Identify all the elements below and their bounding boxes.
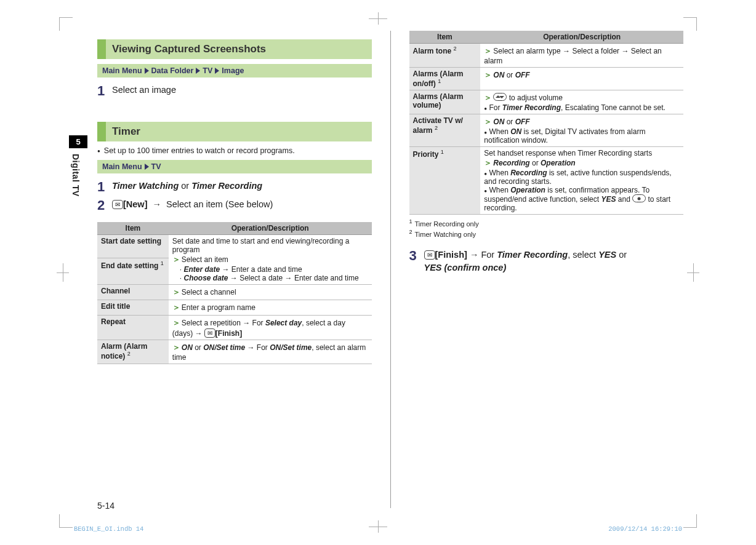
- table-header-item: Item: [97, 222, 169, 235]
- chevron-icon: ＞: [484, 117, 492, 126]
- chevron-icon: ＞: [484, 93, 492, 102]
- option-watching: Timer Watching: [112, 181, 179, 191]
- step-number: 3: [409, 249, 424, 274]
- row-desc: Set handset response when Timer Recordin…: [480, 147, 683, 215]
- right-column: Item Operation/Description Alarm tone 2 …: [409, 31, 684, 508]
- row-label-end-date: End date setting 1: [97, 258, 169, 284]
- triangle-icon: [145, 68, 149, 74]
- breadcrumb-screenshots: Main MenuData FolderTVImage: [97, 64, 372, 78]
- row-label-repeat: Repeat: [97, 315, 169, 340]
- row-desc: Set date and time to start and end viewi…: [169, 234, 372, 284]
- options-table-2: Item Operation/Description Alarm tone 2 …: [409, 31, 684, 215]
- section-title: Timer: [106, 122, 372, 141]
- step-number: 2: [97, 198, 112, 213]
- step-2-new: 2 ✉[New] → Select an item (See below): [97, 198, 372, 213]
- chevron-icon: ＞: [484, 46, 492, 55]
- row-label-activate-tv: Activate TV w/ alarm 2: [409, 114, 481, 147]
- row-desc: ＞Enter a program name: [169, 300, 372, 315]
- step-number: 1: [97, 84, 112, 98]
- intro-bullet: Set up to 100 timer entries to watch or …: [97, 146, 372, 155]
- step-text: Select an image: [112, 84, 176, 98]
- crop-mark-rc: [687, 263, 699, 282]
- row-label-alarm-notice: Alarm (Alarm notice) 2: [97, 340, 169, 364]
- chevron-icon: ＞: [172, 287, 180, 296]
- breadcrumb-seg: TV: [151, 162, 161, 171]
- crop-mark-tl: [59, 17, 73, 31]
- key-label: [New]: [123, 199, 147, 209]
- chevron-icon: ＞: [172, 303, 180, 312]
- footnotes: 1Timer Recording only 2Timer Watching on…: [409, 218, 684, 237]
- chevron-icon: ＞: [484, 158, 492, 167]
- triangle-icon: [196, 68, 200, 74]
- row-label-start-date: Start date setting: [97, 234, 169, 258]
- row-label-alarm-volume: Alarms (Alarm volume): [409, 90, 481, 114]
- key-label: [Finish]: [435, 250, 467, 260]
- breadcrumb-seg: Image: [222, 66, 244, 75]
- row-label-channel: Channel: [97, 284, 169, 300]
- crop-mark-tr: [683, 17, 697, 31]
- left-column: Viewing Captured Screenshots Main MenuDa…: [97, 31, 372, 508]
- mail-key-icon: ✉: [204, 328, 215, 338]
- table-header-operation: Operation/Description: [480, 31, 683, 44]
- section-title: Viewing Captured Screenshots: [106, 39, 372, 59]
- chevron-icon: ＞: [172, 343, 180, 352]
- chapter-tab: 5: [69, 135, 87, 148]
- step-1-select-image: 1 Select an image: [97, 84, 372, 98]
- row-desc: ＞Select a repetition → For Select day, s…: [169, 315, 372, 340]
- step-text: Select an item (See below): [164, 199, 273, 209]
- crop-mark-br: [683, 514, 697, 528]
- table-header-operation: Operation/Description: [169, 222, 372, 235]
- chevron-icon: ＞: [172, 318, 180, 327]
- table-header-item: Item: [409, 31, 481, 44]
- step-3-finish: 3 ✉[Finish] → For Timer Recording, selec…: [409, 249, 684, 274]
- crop-mark-bl: [59, 514, 73, 528]
- crop-mark-bc: [369, 520, 387, 533]
- footer-filename: BEGIN_E_OI.indb 14: [74, 525, 143, 533]
- mail-key-icon: ✉: [112, 200, 123, 209]
- row-desc: ＞ to adjust volume ● For Timer Recording…: [480, 90, 683, 114]
- page-number: 5-14: [97, 501, 115, 511]
- section-heading-timer: Timer: [97, 122, 372, 141]
- row-desc: ＞Select an alarm type → Select a folder …: [480, 44, 683, 68]
- column-divider: [390, 31, 391, 508]
- step-number: 1: [97, 180, 112, 194]
- row-desc: ＞ON or OFF ● When ON is set, Digital TV …: [480, 114, 683, 147]
- arrow-icon: →: [153, 199, 162, 209]
- breadcrumb-timer: Main MenuTV: [97, 160, 372, 173]
- mail-key-icon: ✉: [424, 250, 435, 260]
- triangle-icon: [215, 68, 219, 74]
- breadcrumb-seg: Main Menu: [102, 66, 142, 75]
- row-label-alarm-tone: Alarm tone 2: [409, 44, 481, 68]
- step-1-timer: 1 Timer Watching or Timer Recording: [97, 180, 372, 194]
- row-label-edit-title: Edit title: [97, 300, 169, 315]
- breadcrumb-seg: Main Menu: [102, 162, 142, 171]
- breadcrumb-seg: TV: [203, 66, 212, 75]
- footer-timestamp: 2009/12/14 16:29:10: [608, 525, 682, 533]
- arrow-icon: →: [467, 250, 481, 260]
- chevron-icon: ＞: [484, 70, 492, 79]
- row-desc: ＞ON or OFF: [480, 68, 683, 90]
- chevron-icon: ＞: [172, 255, 180, 264]
- option-recording: Timer Recording: [191, 181, 262, 191]
- triangle-icon: [145, 164, 149, 170]
- row-label-alarm-onoff: Alarms (Alarm on/off) 1: [409, 68, 481, 90]
- section-heading-screenshots: Viewing Captured Screenshots: [97, 39, 372, 59]
- breadcrumb-seg: Data Folder: [151, 66, 194, 75]
- text-or: or: [179, 181, 191, 191]
- chapter-label: Digital TV: [71, 154, 81, 197]
- crop-mark-lc: [57, 263, 69, 282]
- row-desc: ＞ON or ON/Set time → For ON/Set time, se…: [169, 340, 372, 364]
- center-key-icon: [632, 194, 646, 202]
- volume-key-icon: [493, 93, 507, 101]
- options-table-1: Item Operation/Description Start date se…: [97, 222, 372, 364]
- row-label-priority: Priority 1: [409, 147, 481, 215]
- crop-mark-tc: [369, 12, 387, 25]
- row-desc: ＞Select a channel: [169, 284, 372, 300]
